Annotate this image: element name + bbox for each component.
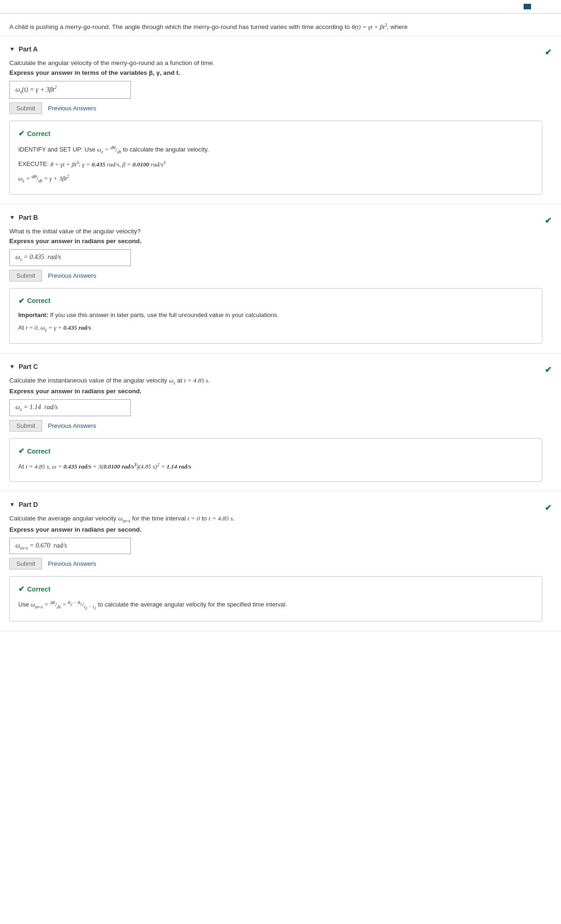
part-a-question: Calculate the angular velocity of the me… [9,59,542,66]
part-c-section: ✔▼Part CCalculate the instantaneous valu… [0,354,561,491]
part-d-solution-line-0: Use ωav-z = Δθ/Δt = θ2 − θ1/t2 − t1 to c… [18,599,533,612]
part-d-submit-button[interactable]: Submit [9,558,42,570]
part-a-correct-box: ✔CorrectIDENTIFY and SET UP: Use ωz = dθ… [9,121,542,195]
parts-container: ✔▼Part ACalculate the angular velocity o… [0,36,561,632]
part-b-btn-row: SubmitPrevious Answers [9,270,542,282]
part-b-important-note: Important: If you use this answer in lat… [18,310,533,320]
part-c-correct-header: ✔Correct [18,445,533,457]
part-d-correct-box: ✔CorrectUse ωav-z = Δθ/Δt = θ2 − θ1/t2 −… [9,576,542,621]
part-b-checkmark: ✔ [545,216,552,226]
part-b-label: Part B [19,214,38,221]
part-d-section: ✔▼Part DCalculate the average angular ve… [0,491,561,631]
important-label: Important: [18,311,48,318]
problem-text: A child is pushing a merry-go-round. The… [9,23,408,30]
part-d-answer-input[interactable]: ωav-z = 0.670 rad/s [9,538,131,555]
part-d-checkmark: ✔ [545,503,552,513]
part-c-question: Calculate the instantaneous value of the… [9,377,542,385]
part-c-solution-line-0: At t = 4.85 s, ω = 0.435 rad/s + 3(0.010… [18,461,533,472]
correct-label: Correct [27,129,50,139]
correct-label: Correct [27,446,50,456]
part-c-label: Part C [19,363,38,370]
part-d-header[interactable]: ▼Part D [9,501,542,508]
collapse-arrow: ▼ [9,501,15,508]
part-c-prev-answers-link[interactable]: Previous Answers [48,422,96,429]
part-d-correct-header: ✔Correct [18,583,533,595]
part-a-section: ✔▼Part ACalculate the angular velocity o… [0,36,561,204]
correct-check-icon: ✔ [18,583,24,595]
part-a-correct-header: ✔Correct [18,128,533,140]
correct-label: Correct [27,296,50,306]
collapse-arrow: ▼ [9,46,15,52]
correct-check-icon: ✔ [18,295,24,307]
correct-check-icon: ✔ [18,445,24,457]
part-a-solution-line-2: ωz = dθ/dt = γ + 3βt2 [18,172,533,185]
collapse-arrow: ▼ [9,363,15,370]
part-a-label: Part A [19,45,38,53]
part-a-prev-answers-link[interactable]: Previous Answers [48,105,96,112]
part-b-correct-header: ✔Correct [18,295,533,307]
part-b-section: ✔▼Part BWhat is the initial value of the… [0,204,561,354]
part-d-express: Express your answer in radians per secon… [9,526,542,533]
part-a-solution-line-0: IDENTIFY and SET UP: Use ωz = dθ/dt to c… [18,144,533,156]
part-c-answer-input[interactable]: ωz = 1.14 rad/s [9,399,131,416]
part-a-submit-button[interactable]: Submit [9,102,42,114]
part-c-header[interactable]: ▼Part C [9,363,542,370]
part-d-prev-answers-link[interactable]: Previous Answers [48,560,96,567]
part-c-express: Express your answer in radians per secon… [9,388,542,395]
part-b-answer-input[interactable]: ωz = 0.435 rad/s [9,249,131,266]
part-c-submit-button[interactable]: Submit [9,420,42,432]
top-bar [0,0,561,14]
part-a-answer-input[interactable]: ωz(t) = γ + 3βt2 [9,81,131,99]
problem-formula: θ(t) = γt + βt3 [352,23,387,30]
part-a-btn-row: SubmitPrevious Answers [9,102,542,114]
problem-statement: A child is pushing a merry-go-round. The… [0,14,561,36]
part-c-btn-row: SubmitPrevious Answers [9,420,542,432]
part-a-express: Express your answer in terms of the vari… [9,69,542,76]
part-d-question: Calculate the average angular velocity ω… [9,515,542,523]
part-b-header[interactable]: ▼Part B [9,214,542,221]
part-b-submit-button[interactable]: Submit [9,270,42,282]
correct-check-icon: ✔ [18,128,24,140]
part-c-checkmark: ✔ [545,365,552,375]
part-b-express: Express your answer in radians per secon… [9,238,542,245]
part-b-correct-box: ✔CorrectImportant: If you use this answe… [9,288,542,344]
part-d-btn-row: SubmitPrevious Answers [9,558,542,570]
part-a-header[interactable]: ▼Part A [9,45,542,53]
correct-label: Correct [27,584,50,594]
part-b-question: What is the initial value of the angular… [9,228,542,235]
part-b-prev-answers-link[interactable]: Previous Answers [48,272,96,279]
part-a-checkmark: ✔ [545,47,552,58]
part-b-solution-line-0: At t = 0, ωz = γ = 0.435 rad/s [18,323,533,334]
part-a-solution-line-1: EXECUTE: θ = γt + βt3; γ = 0.435 rad/s, … [18,159,533,169]
part-d-label: Part D [19,501,38,508]
collapse-arrow: ▼ [9,214,15,221]
review-icon [524,4,531,9]
part-c-correct-box: ✔CorrectAt t = 4.85 s, ω = 0.435 rad/s +… [9,438,542,482]
